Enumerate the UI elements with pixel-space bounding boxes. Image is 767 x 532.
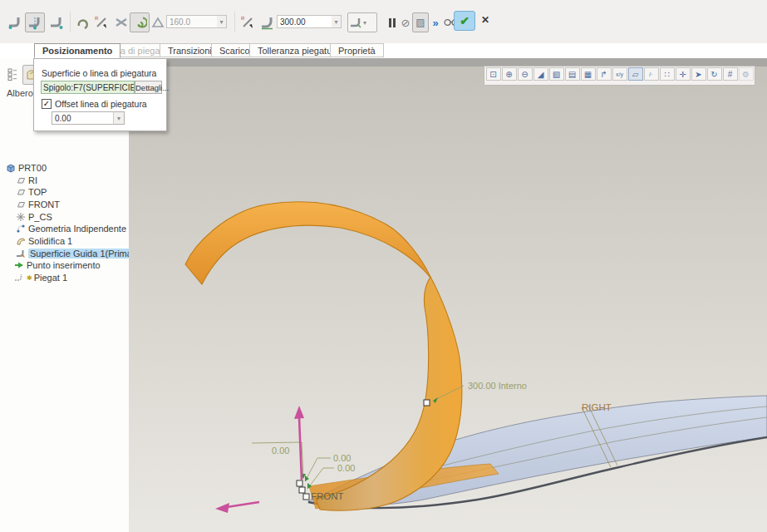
bend-roll-icon[interactable] — [130, 12, 150, 32]
drag-arrow-up[interactable] — [294, 406, 304, 419]
surface-reference-field[interactable]: Spigolo:F7(SUPERFICIE GU — [41, 81, 135, 94]
bend-edge-icon[interactable] — [5, 12, 25, 32]
offset-checkbox-row[interactable]: ✓ Offset linea di piegatura — [42, 99, 147, 109]
grid-icon[interactable]: # — [723, 67, 738, 81]
posizionamento-panel: Superficie o linea di piegatura Spigolo:… — [33, 58, 167, 131]
bend-relief-dropdown-arrow: ▾ — [363, 19, 366, 27]
offset-handle-1[interactable] — [297, 480, 302, 486]
bend-offset-icon[interactable] — [47, 12, 66, 32]
bend-radius-icon[interactable] — [258, 12, 278, 32]
dim-zero-left-text[interactable]: 0.00 — [272, 446, 289, 456]
bend-dashed-edge-icon[interactable] — [25, 12, 45, 32]
bend-radius-field[interactable]: 300.00 — [277, 15, 332, 28]
separator — [234, 12, 235, 32]
repaint-icon[interactable]: ◢ — [533, 67, 548, 81]
offset-handle-2[interactable] — [299, 487, 305, 493]
new-feature-marker: ✱ — [27, 274, 32, 282]
bend-direction-icon[interactable] — [111, 12, 131, 32]
bend-feature-icon — [13, 273, 24, 283]
bend-relief-icon — [348, 15, 363, 30]
dim-zero-mid-text[interactable]: 0.00 — [333, 453, 351, 463]
tree-item-punto-inserimento[interactable]: Punto inserimento — [13, 259, 101, 271]
tree-item-part[interactable]: PRT00 — [5, 162, 47, 174]
plane-display-icon[interactable]: ▱ — [628, 67, 643, 81]
spin-center-icon[interactable]: ➤ — [691, 67, 706, 81]
graphics-toolbar: ⊡ ⊕ ⊖ ◢ ▧ ▤ ▦ ↱ x/y ▱ /· ∷ ✛ ➤ ↻ # ⚙ — [484, 66, 755, 86]
bend-radius-dropdown-arrow[interactable]: ▾ — [332, 15, 342, 28]
model-view: RIGHT FRONT 300.00 Interno 0.00 0.00 0.0… — [129, 58, 767, 532]
svg-text:R: R — [241, 16, 245, 21]
tree-item-csys[interactable]: P_CS — [15, 211, 52, 223]
front-plane-label: FRONT — [311, 491, 344, 501]
tree-title: Albero — [7, 88, 33, 98]
preview-icon[interactable]: ▨ — [412, 12, 429, 32]
bend-angle-field[interactable]: 160.0 — [166, 15, 218, 28]
dashboard-toolbar: R 160.0 ▾ R 300.00 ▾ ▾ ⊘ ▨ » ✔ ✕ — [0, 0, 767, 44]
solidify-icon — [15, 236, 26, 246]
refit-icon[interactable]: ⊡ — [486, 67, 501, 81]
graphics-area[interactable]: RIGHT FRONT 300.00 Interno 0.00 0.00 0.0… — [129, 58, 767, 532]
tree-structure-icon[interactable] — [3, 65, 23, 85]
separator — [70, 12, 71, 32]
settings-icon: ⚙ — [739, 67, 754, 81]
angle-radius-toggle-icon[interactable]: R — [91, 12, 111, 32]
dim-zero-low-text[interactable]: 0.00 — [337, 463, 355, 473]
offset-dropdown-arrow[interactable]: ▾ — [113, 111, 125, 125]
guide-surface-icon — [15, 249, 26, 259]
independent-geometry-icon — [15, 224, 26, 234]
ok-button[interactable]: ✔ — [454, 11, 475, 31]
tree-item-piegat[interactable]: ✱ Piegat 1 — [13, 272, 67, 283]
cancel-button[interactable]: ✕ — [478, 12, 493, 27]
part-icon — [5, 163, 16, 173]
saved-views-icon[interactable]: ▤ — [565, 67, 580, 81]
datum-filters-icon[interactable]: x/y — [612, 67, 627, 81]
tree-item-front-plane[interactable]: FRONT — [15, 199, 60, 210]
dim-interno-text[interactable]: 300.00 Interno — [468, 381, 527, 391]
radius-handle[interactable] — [424, 400, 430, 406]
offset-checkbox[interactable]: ✓ — [42, 99, 52, 109]
view-manager-icon[interactable]: ▦ — [581, 67, 596, 81]
csys-icon — [15, 212, 26, 222]
details-button[interactable]: Dettagli... — [135, 81, 162, 94]
datum-plane-icon — [15, 200, 26, 209]
tab-posizionamento[interactable]: Posizionamento — [34, 43, 120, 58]
datum-plane-icon — [15, 187, 26, 197]
dynamic-preview-icon[interactable]: » — [427, 12, 444, 32]
right-plane-label: RIGHT — [582, 402, 612, 412]
radius-side-toggle-icon[interactable]: R — [238, 12, 258, 32]
bend-angle-icon[interactable] — [150, 12, 166, 32]
axis-display-icon[interactable]: /· — [644, 67, 659, 81]
datum-plane-icon — [15, 175, 26, 185]
bend-relief-split-button[interactable]: ▾ — [347, 12, 377, 32]
annotation-display-icon[interactable]: ↱ — [597, 67, 612, 81]
insert-point-icon — [13, 260, 24, 270]
tab-proprieta[interactable]: Proprietà — [330, 43, 384, 57]
no-preview-icon[interactable]: ⊘ — [397, 12, 414, 32]
tree-item-solidifica[interactable]: Solidifica 1 — [15, 235, 72, 247]
dashboard-tabs: Posizionamento Linea di piegatura Transi… — [0, 43, 767, 58]
bend-line-icon[interactable] — [73, 12, 93, 32]
offset-checkbox-label: Offset linea di piegatura — [55, 99, 147, 109]
tree-item-right-plane[interactable]: RI — [15, 175, 37, 186]
drag-arrows[interactable] — [215, 406, 304, 513]
tree-item-top-plane[interactable]: TOP — [15, 186, 47, 198]
svg-text:R: R — [95, 16, 99, 21]
drag-arrow-left[interactable] — [215, 503, 229, 513]
zoom-out-icon[interactable]: ⊖ — [518, 67, 533, 81]
offset-handle-3[interactable] — [303, 494, 309, 500]
display-style-icon[interactable]: ▧ — [549, 67, 564, 81]
point-display-icon[interactable]: ∷ — [660, 67, 675, 81]
surface-label: Superficie o linea di piegatura — [42, 68, 156, 78]
csys-display-icon[interactable]: ✛ — [676, 67, 691, 81]
ribbon-outer-band[interactable] — [185, 202, 430, 284]
zoom-in-icon[interactable]: ⊕ — [502, 67, 517, 81]
orientation-icon[interactable]: ↻ — [707, 67, 722, 81]
bend-angle-dropdown-arrow[interactable]: ▾ — [217, 15, 227, 28]
